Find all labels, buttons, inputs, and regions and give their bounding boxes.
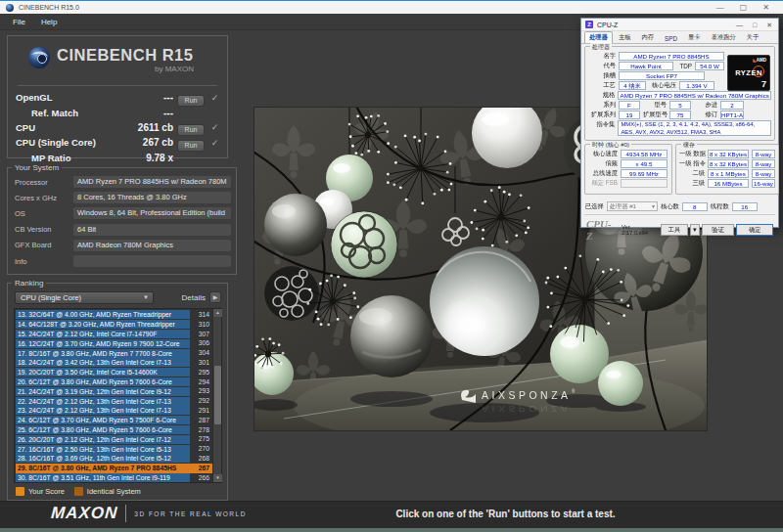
tools-dropdown-button[interactable]: ▼ xyxy=(690,224,700,236)
ranking-row-score: 306 xyxy=(190,338,212,348)
ranking-row[interactable]: 21. 24C/24T @ 3.19 GHz, 12th Gen Intel C… xyxy=(16,386,212,396)
check-icon[interactable]: ✓ xyxy=(208,138,221,148)
cpuz-minimize-button[interactable]: — xyxy=(736,19,743,31)
cpuz-tab[interactable]: SPD xyxy=(660,33,682,43)
ranking-row[interactable]: 15. 24C/24T @ 2.12 GHz, Intel Core i7-14… xyxy=(16,330,212,339)
system-rows: ProcessorAMD Ryzen 7 PRO 8845HS w/ Radeo… xyxy=(8,172,236,269)
chrome-sphere xyxy=(264,194,327,256)
specification-field: AMD Ryzen 7 PRO 8845HS w/ Radeon 780M Gr… xyxy=(618,91,771,100)
legend-item: Identical System xyxy=(74,487,141,496)
ranking-row[interactable]: 22. 24C/24T @ 2.12 GHz, 13th Gen Intel C… xyxy=(16,396,212,406)
divider xyxy=(18,85,217,86)
cpuz-window-title: CPU-Z xyxy=(597,22,618,28)
scroll-up-icon[interactable]: ▲ xyxy=(213,309,222,317)
ranking-row[interactable]: 14. 64C/128T @ 3.20 GHz, AMD Ryzen Threa… xyxy=(16,320,212,330)
legend-label: Identical System xyxy=(87,487,141,496)
ranking-row[interactable]: 16. 12C/24T @ 3.70 GHz, AMD Ryzen 9 7900… xyxy=(16,338,212,348)
menu-item-file[interactable]: File xyxy=(6,14,32,30)
system-field: AMD Ryzen 7 PRO 8845HS w/ Radeon 780M xyxy=(73,176,231,188)
ranking-row[interactable]: 24. 6C/12T @ 3.70 GHz, AMD Ryzen 5 7500F… xyxy=(16,416,212,425)
processor-select[interactable]: 处理器 #1▼ xyxy=(607,201,658,211)
cpuz-tab[interactable]: 关于 xyxy=(742,31,764,43)
ranking-row-label: 18. 24C/24T @ 3.42 GHz, 13th Gen Intel C… xyxy=(16,358,190,367)
by-maxon-text: by MAXON xyxy=(57,65,194,73)
tools-button[interactable]: 工具 xyxy=(661,224,688,236)
codename-field: Hawk Point xyxy=(619,62,673,70)
ext-family-label: 扩展系列 xyxy=(588,111,616,119)
cache-legend: 缓存 xyxy=(681,141,697,150)
menu-item-help[interactable]: Help xyxy=(34,14,64,30)
ok-button[interactable]: 确定 xyxy=(736,224,773,236)
cpuz-maximize-button[interactable]: □ xyxy=(753,19,757,31)
cpuz-processor-legend: 处理器 xyxy=(590,43,612,52)
family-label: 系列 xyxy=(588,101,616,110)
check-icon[interactable]: ✓ xyxy=(208,122,221,132)
details-button[interactable]: ▶ xyxy=(209,291,221,303)
system-row: OSWindows 8, 64 Bit, Professional Editio… xyxy=(15,205,231,221)
ext-family-field: 19 xyxy=(619,111,640,119)
cpuz-tab[interactable]: 显卡 xyxy=(683,31,706,43)
ranking-row[interactable]: 13. 32C/64T @ 4.00 GHz, AMD Ryzen Thread… xyxy=(16,310,212,320)
cpuz-cache-group: 缓存 一级 数据8 x 32 KBytes8-way 一级 指令8 x 32 K… xyxy=(675,144,779,195)
scroll-down-icon[interactable]: ▼ xyxy=(213,474,222,482)
ranking-row-label: 16. 12C/24T @ 3.70 GHz, AMD Ryzen 9 7900… xyxy=(16,339,190,348)
ranking-filter-dropdown[interactable]: CPU (Single Core) ▼ xyxy=(15,291,154,304)
footer-bar: MAXON 3D FOR THE REAL WORLD Click on one… xyxy=(0,501,783,528)
your-system-legend: Your System xyxy=(12,163,62,172)
ranking-row-score: 304 xyxy=(190,348,212,358)
ranking-row[interactable]: 26. 20C/20T @ 2.12 GHz, 12th Gen Intel C… xyxy=(16,434,212,444)
cpuz-tab[interactable]: 主板 xyxy=(614,31,636,43)
ext-model-label: 扩展型号 xyxy=(643,111,667,119)
cpu-name-label: 名字 xyxy=(588,52,616,61)
ranking-row[interactable]: 23. 24C/24T @ 2.12 GHz, 13th Gen Intel C… xyxy=(16,406,212,416)
model-label: 型号 xyxy=(643,101,667,110)
ranking-row[interactable]: 19. 20C/20T @ 3.50 GHz, Intel Core i5-14… xyxy=(16,368,212,377)
ranking-row[interactable]: 29. 8C/16T @ 3.80 GHz, AMD Ryzen 7 PRO 8… xyxy=(16,464,212,473)
ranking-scrollbar[interactable]: ▲ ▼ xyxy=(212,309,221,482)
score-value: 9.78 x xyxy=(113,153,173,163)
minimize-button[interactable]: — xyxy=(716,1,724,15)
check-icon[interactable]: ✓ xyxy=(208,93,221,103)
system-row: GFX BoardAMD Radeon 780M Graphics xyxy=(15,238,231,253)
cpuz-close-button[interactable]: ✕ xyxy=(766,19,772,31)
ranking-row-score: 268 xyxy=(190,454,212,464)
cpuz-tab[interactable]: 内存 xyxy=(636,31,659,43)
validate-button[interactable]: 验证 xyxy=(702,224,735,236)
maxon-logo: MAXON xyxy=(50,504,118,523)
score-value: 267 cb xyxy=(113,137,173,148)
run-button[interactable]: Run xyxy=(177,140,205,152)
scrollbar-thumb[interactable] xyxy=(214,366,221,424)
ranking-row[interactable]: 30. 8C/16T @ 3.51 GHz, 11th Gen Intel Co… xyxy=(16,473,212,483)
score-rows: OpenGL---Run✓Ref. Match---CPU2611 cbRun✓… xyxy=(8,88,227,165)
ranking-row-label: 30. 8C/16T @ 3.51 GHz, 11th Gen Intel Co… xyxy=(16,473,190,482)
ranking-row[interactable]: 20. 6C/12T @ 3.80 GHz, AMD Ryzen 5 7600 … xyxy=(16,377,212,387)
core-voltage-field: 1.394 V xyxy=(679,81,714,90)
close-button[interactable]: ✕ xyxy=(762,1,769,15)
score-panel: CINEBENCH R15 by MAXON OpenGL---Run✓Ref.… xyxy=(7,35,228,158)
ranking-row-score: 270 xyxy=(190,444,212,454)
l3-label: 三级 xyxy=(679,179,705,188)
ranking-row-score: 294 xyxy=(190,377,212,387)
ranking-row[interactable]: 25. 6C/12T @ 3.80 GHz, AMD Ryzen 5 7600 … xyxy=(16,425,212,435)
ranking-row-score: 266 xyxy=(190,473,212,483)
ranking-row[interactable]: 18. 24C/24T @ 3.42 GHz, 13th Gen Intel C… xyxy=(16,358,212,368)
ranking-row[interactable]: 27. 16C/16T @ 2.50 GHz, 13th Gen Intel C… xyxy=(16,444,212,454)
l3-field: 16 MBytes xyxy=(708,179,749,188)
specification-label: 规格 xyxy=(588,91,615,100)
ranking-row-label: 17. 8C/16T @ 3.80 GHz, AMD Ryzen 7 7700 … xyxy=(16,349,190,358)
ranking-row[interactable]: 28. 16C/16T @ 3.69 GHz, 12th Gen Intel C… xyxy=(16,454,212,464)
run-button[interactable]: Run xyxy=(177,95,205,107)
cpuz-tab[interactable]: 基准跑分 xyxy=(707,31,741,43)
maximize-button[interactable]: ▢ xyxy=(740,1,748,15)
l2-label: 二级 xyxy=(679,169,705,178)
rated-fsb-label: 额定 FSB xyxy=(588,179,618,188)
cpuz-tab[interactable]: 处理器 xyxy=(584,31,613,43)
ranking-row-label: 27. 16C/16T @ 2.50 GHz, 13th Gen Intel C… xyxy=(16,445,190,454)
score-label: OpenGL xyxy=(16,92,113,103)
score-label: MP Ratio xyxy=(16,153,113,163)
cinebench-logo-text: CINEBENCH R15 xyxy=(57,46,193,65)
ranking-row[interactable]: 17. 8C/16T @ 3.80 GHz, AMD Ryzen 7 7700 … xyxy=(16,348,212,358)
system-label: OS xyxy=(15,209,73,218)
cores-label: 核心数 xyxy=(661,202,679,211)
ext-model-field: 75 xyxy=(669,111,691,119)
